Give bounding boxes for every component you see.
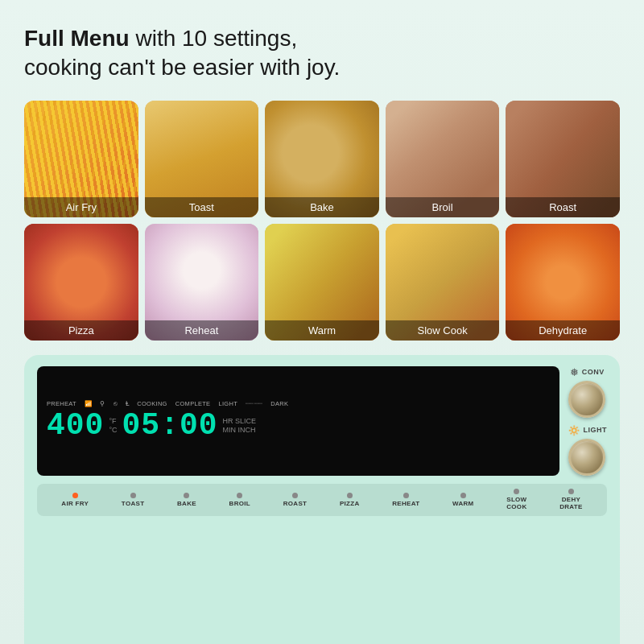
mode-btn-warm[interactable]: WARM <box>452 493 474 508</box>
food-label-broil: Broil <box>386 197 500 217</box>
display-temperature: 400 <box>47 411 104 441</box>
temp-unit-f: °F <box>109 417 117 427</box>
food-card-dehydrate[interactable]: Dehydrate <box>506 224 620 341</box>
fan-icon: ⚲ <box>100 400 105 407</box>
mode-btn-reheat[interactable]: REHEAT <box>392 493 419 508</box>
mode-dot-bake <box>184 493 189 498</box>
food-label-bake: Bake <box>265 197 379 217</box>
food-card-slow-cook[interactable]: Slow Cook <box>386 224 500 341</box>
food-grid: Air Fry Toast Bake Broil Roast <box>24 101 620 341</box>
mode-button-row: AIR FRY TOAST BAKE BROIL ROAST PIZZA <box>37 484 607 516</box>
mode-label-dehydrate: DEHYDRATE <box>559 496 582 511</box>
food-card-roast[interactable]: Roast <box>506 101 620 217</box>
mode-btn-air-fry[interactable]: AIR FRY <box>61 493 89 508</box>
food-card-warm[interactable]: Warm <box>265 224 379 341</box>
temp-unit-c: °C <box>109 426 117 436</box>
display-status-icons: PREHEAT 📶 ⚲ ⎋ Ⱡ COOKING COMPLETE LIGHT ┉… <box>47 400 550 407</box>
mode-dot-broil <box>237 493 242 498</box>
food-label-warm: Warm <box>265 320 379 341</box>
display-temp-units: °F °C <box>109 417 117 436</box>
light-knob[interactable] <box>568 439 605 476</box>
conv-icon: ❅ <box>570 366 579 378</box>
light-icon: 🔅 <box>568 424 580 436</box>
mode-btn-bake[interactable]: BAKE <box>177 493 196 508</box>
mode-dot-reheat <box>403 493 409 498</box>
cooking-label: COOKING <box>137 400 167 407</box>
light-label: LIGHT <box>584 426 608 434</box>
food-label-slow-cook: Slow Cook <box>386 320 500 341</box>
display-main: 400 °F °C 05:00 HR SLICE MIN INCH <box>47 411 550 441</box>
mode-label-bake: BAKE <box>177 500 196 508</box>
knob-group: ❅ CONV 🔅 LIGHT <box>568 366 608 476</box>
mode-btn-broil[interactable]: BROIL <box>229 493 250 508</box>
wifi-icon: 📶 <box>85 400 92 407</box>
page-wrapper: Full Menu with 10 settings,cooking can't… <box>0 0 644 644</box>
time-unit-min: MIN INCH <box>223 426 257 436</box>
food-label-reheat: Reheat <box>145 320 259 341</box>
mode-btn-toast[interactable]: TOAST <box>122 493 144 508</box>
mode-dot-slow-cook <box>514 489 519 494</box>
mode-label-roast: ROAST <box>283 500 308 508</box>
light-knob-item: 🔅 LIGHT <box>568 424 608 476</box>
mode-dot-pizza <box>347 493 353 498</box>
food-label-air-fry: Air Fry <box>24 197 138 217</box>
time-unit-hr: HR SLICE <box>223 417 257 427</box>
mode-dot-roast <box>292 493 298 498</box>
food-card-pizza[interactable]: Pizza <box>24 224 138 341</box>
food-label-roast: Roast <box>506 197 620 217</box>
oven-panel: PREHEAT 📶 ⚲ ⎋ Ⱡ COOKING COMPLETE LIGHT ┉… <box>24 355 620 644</box>
mode-dot-air-fry <box>72 493 78 498</box>
light-label-top: LIGHT <box>218 400 237 407</box>
conv-knob[interactable] <box>568 381 605 418</box>
food-card-air-fry[interactable]: Air Fry <box>24 101 138 217</box>
display-screen: PREHEAT 📶 ⚲ ⎋ Ⱡ COOKING COMPLETE LIGHT ┉… <box>37 366 559 476</box>
mode-btn-pizza[interactable]: PIZZA <box>340 493 360 508</box>
leaf-icon: Ⱡ <box>126 400 129 407</box>
light-dots: ┉┉┉┉ <box>246 400 262 407</box>
display-row: PREHEAT 📶 ⚲ ⎋ Ⱡ COOKING COMPLETE LIGHT ┉… <box>37 366 607 476</box>
conv-knob-item: ❅ CONV <box>568 366 605 418</box>
headline-bold: Full Menu <box>24 26 130 51</box>
mode-label-pizza: PIZZA <box>340 500 360 508</box>
food-card-broil[interactable]: Broil <box>386 101 500 217</box>
mode-dot-warm <box>460 493 466 498</box>
food-card-bake[interactable]: Bake <box>265 101 379 217</box>
mode-label-warm: WARM <box>452 500 474 508</box>
food-card-toast[interactable]: Toast <box>145 101 259 217</box>
mode-label-air-fry: AIR FRY <box>61 500 89 508</box>
mode-label-slow-cook: SLOWCOOK <box>506 496 526 511</box>
food-label-dehydrate: Dehydrate <box>506 320 620 341</box>
mode-label-toast: TOAST <box>122 500 144 508</box>
headline: Full Menu with 10 settings,cooking can't… <box>24 24 620 83</box>
mode-label-reheat: REHEAT <box>392 500 419 508</box>
food-label-pizza: Pizza <box>24 320 138 341</box>
mode-btn-slow-cook[interactable]: SLOWCOOK <box>506 489 526 511</box>
mode-label-broil: BROIL <box>229 500 250 508</box>
food-label-toast: Toast <box>145 197 259 217</box>
mode-btn-dehydrate[interactable]: DEHYDRATE <box>559 489 582 511</box>
dark-label: DARK <box>270 400 288 407</box>
mode-dot-dehydrate <box>568 489 574 494</box>
mode-dot-toast <box>130 493 136 498</box>
display-time-units: HR SLICE MIN INCH <box>223 417 257 436</box>
mode-btn-roast[interactable]: ROAST <box>283 493 308 508</box>
complete-label: COMPLETE <box>175 400 211 407</box>
food-card-reheat[interactable]: Reheat <box>145 224 259 341</box>
bars-icon: ⎋ <box>114 400 118 407</box>
conv-label: CONV <box>582 368 605 376</box>
preheat-label: PREHEAT <box>47 400 76 407</box>
display-time: 05:00 <box>122 411 218 441</box>
